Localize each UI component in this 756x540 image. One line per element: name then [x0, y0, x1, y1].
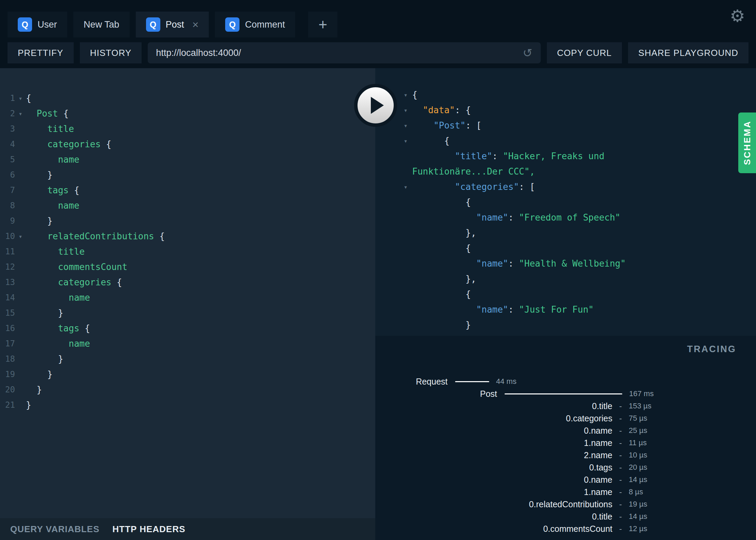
- tracing-time: 20 µs: [629, 463, 647, 472]
- tab-comment[interactable]: Q Comment: [215, 12, 295, 38]
- line-number: 19: [0, 367, 15, 382]
- fold-arrow-icon[interactable]: ▾: [399, 103, 412, 118]
- code-text: {: [412, 133, 450, 149]
- copy-curl-button[interactable]: COPY CURL: [547, 42, 622, 63]
- code-text: Funktionäre...Der CCC",: [412, 164, 535, 179]
- code-line: {: [399, 287, 756, 302]
- share-playground-button[interactable]: SHARE PLAYGROUND: [628, 42, 748, 63]
- main-split: 1▾{2▾ Post {3 title4 categories {5 name6…: [0, 68, 756, 540]
- tab-new-tab[interactable]: New Tab: [73, 12, 130, 38]
- tracing-time: 11 µs: [629, 438, 647, 447]
- settings-gear-icon[interactable]: ⚙: [730, 7, 745, 25]
- tracing-dash: -: [619, 414, 622, 423]
- code-line: {: [399, 241, 756, 256]
- fold-arrow-icon[interactable]: ▾: [399, 179, 412, 195]
- tab-label: Post: [166, 19, 184, 30]
- code-line: 4 categories {: [0, 137, 375, 152]
- tracing-time: 8 µs: [629, 487, 643, 496]
- history-button[interactable]: HISTORY: [80, 42, 142, 63]
- tracing-dash: -: [619, 463, 622, 472]
- fold-spacer: [15, 152, 26, 167]
- code-line: ▾ {: [399, 133, 756, 149]
- code-text: ]: [412, 333, 460, 336]
- fold-arrow-icon[interactable]: ▾: [15, 106, 26, 121]
- reload-schema-icon[interactable]: ↺: [523, 47, 533, 59]
- tracing-field-label: 0.title: [375, 401, 612, 411]
- code-line: Funktionäre...Der CCC",: [399, 164, 756, 179]
- schema-sidebar-tab[interactable]: SCHEMA: [738, 112, 756, 173]
- code-text: {: [26, 91, 31, 106]
- tab-label: New Tab: [84, 19, 119, 30]
- fold-arrow-icon[interactable]: ▾: [399, 118, 412, 133]
- code-line: {: [399, 195, 756, 210]
- tracing-time: 12 µs: [629, 524, 647, 533]
- editor-footer: QUERY VARIABLES HTTP HEADERS: [0, 518, 375, 540]
- new-tab-button[interactable]: +: [308, 12, 337, 38]
- tracing-row: 0.commentsCount-12 µs: [375, 523, 756, 535]
- code-line: 18 }: [0, 351, 375, 367]
- fold-spacer: [399, 256, 412, 271]
- fold-spacer: [15, 198, 26, 213]
- fold-spacer: [399, 164, 412, 179]
- tracing-dash: -: [619, 426, 622, 435]
- tracing-field-label: 0.categories: [375, 414, 612, 423]
- code-line: "name": "Just For Fun": [399, 302, 756, 317]
- tracing-row: 1.name-8 µs: [375, 486, 756, 498]
- code-line: 3 title: [0, 121, 375, 137]
- graphql-playground-window: Q User New Tab Q Post × Q Comment + ⚙ PR…: [0, 0, 756, 540]
- code-line: "name": "Health & Wellbeing": [399, 256, 756, 271]
- fold-arrow-icon[interactable]: ▾: [15, 229, 26, 244]
- code-line: },: [399, 271, 756, 287]
- code-text: }: [26, 367, 53, 382]
- code-line: 21}: [0, 397, 375, 413]
- execute-query-button[interactable]: [354, 84, 397, 127]
- tracing-time: 10 µs: [629, 451, 647, 460]
- tracing-dash: -: [619, 450, 622, 460]
- code-text: "name": "Health & Wellbeing": [412, 256, 626, 271]
- line-number: 17: [0, 336, 15, 351]
- tracing-dash: -: [619, 438, 622, 448]
- fold-arrow-icon[interactable]: ▾: [15, 91, 26, 106]
- query-variables-tab[interactable]: QUERY VARIABLES: [10, 524, 100, 535]
- tracing-time: 153 µs: [629, 402, 652, 410]
- tracing-row: 0.name-25 µs: [375, 424, 756, 437]
- code-text: commentsCount: [26, 259, 127, 275]
- code-text: }: [26, 382, 42, 397]
- code-text: "categories": [: [412, 179, 535, 195]
- code-text: "title": "Hacker, Freaks und: [412, 149, 605, 164]
- code-text: {: [412, 287, 471, 302]
- code-line: 11 title: [0, 244, 375, 259]
- tracing-field-label: 1.name: [375, 438, 612, 448]
- line-number: 8: [0, 198, 15, 213]
- code-line: 1▾{: [0, 91, 375, 106]
- tracing-time: 19 µs: [629, 500, 647, 509]
- code-line: 9 }: [0, 213, 375, 229]
- code-line: 14 name: [0, 290, 375, 305]
- line-number: 5: [0, 152, 15, 167]
- response-pane: ▾{▾ "data": {▾ "Post": [▾ { "title": "Ha…: [375, 68, 756, 540]
- fold-spacer: [15, 137, 26, 152]
- response-viewer[interactable]: ▾{▾ "data": {▾ "Post": [▾ { "title": "Ha…: [375, 68, 756, 336]
- code-text: {: [412, 195, 471, 210]
- fold-arrow-icon[interactable]: ▾: [399, 133, 412, 149]
- tracing-field-label: 1.name: [375, 487, 612, 497]
- prettify-button[interactable]: PRETTIFY: [8, 42, 74, 63]
- tracing-title: TRACING: [687, 344, 736, 355]
- tab-label: User: [38, 19, 57, 30]
- close-tab-icon[interactable]: ×: [192, 19, 199, 30]
- code-line: },: [399, 225, 756, 241]
- code-text: }: [26, 351, 63, 367]
- tab-post[interactable]: Q Post ×: [136, 12, 209, 38]
- tab-user[interactable]: Q User: [8, 12, 67, 38]
- query-editor[interactable]: 1▾{2▾ Post {3 title4 categories {5 name6…: [0, 68, 375, 413]
- line-number: 9: [0, 213, 15, 229]
- http-headers-tab[interactable]: HTTP HEADERS: [113, 524, 186, 535]
- line-number: 4: [0, 137, 15, 152]
- code-text: name: [26, 198, 79, 213]
- tracing-dash: -: [619, 524, 622, 534]
- endpoint-url-input[interactable]: [156, 48, 523, 58]
- code-line: 20 }: [0, 382, 375, 397]
- fold-arrow-icon[interactable]: ▾: [399, 87, 412, 103]
- query-editor-pane[interactable]: 1▾{2▾ Post {3 title4 categories {5 name6…: [0, 68, 375, 540]
- code-line: ▾ "data": {: [399, 103, 756, 118]
